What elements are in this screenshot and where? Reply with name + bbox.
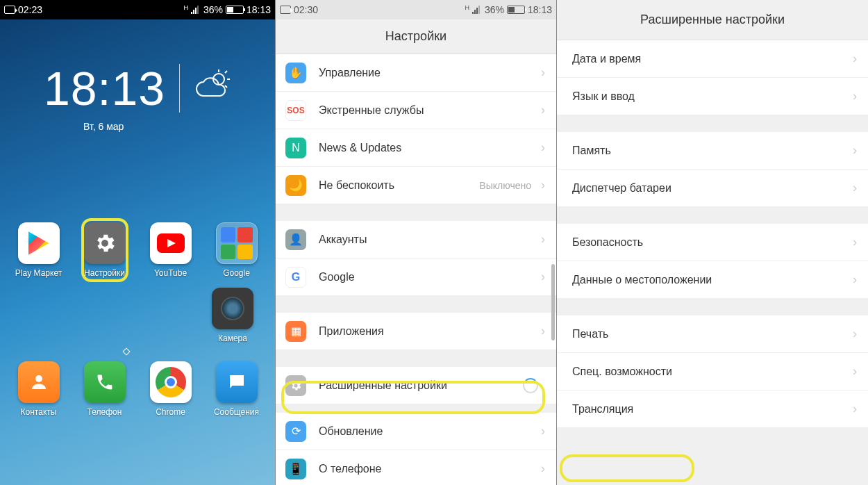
dock-chrome[interactable]: Chrome: [141, 361, 201, 417]
gear-icon: [285, 375, 306, 396]
battery-icon: [226, 6, 244, 14]
news-icon: N: [285, 138, 306, 158]
apps-icon: ▦: [285, 321, 306, 342]
youtube-icon: [150, 222, 192, 264]
status-time: 18:13: [528, 4, 552, 15]
advanced-item-battery[interactable]: Диспетчер батареи›: [557, 170, 868, 207]
dock-phone[interactable]: Телефон: [75, 361, 135, 417]
app-camera[interactable]: Камера: [203, 288, 262, 343]
app-play-store[interactable]: Play Маркет: [9, 222, 69, 278]
rec-timer: 02:23: [18, 4, 42, 15]
account-icon: 👤: [285, 229, 306, 250]
advanced-title: Расширенные настройки: [557, 0, 868, 40]
hand-icon: ✋: [285, 63, 306, 83]
dock-contacts[interactable]: Контакты: [9, 361, 69, 417]
chrome-icon: [150, 361, 192, 403]
svg-line-3: [225, 71, 227, 73]
weather-icon: [194, 68, 231, 108]
settings-item-advanced[interactable]: Расширенные настройки: [276, 367, 556, 404]
app-folder-google[interactable]: Google: [207, 222, 267, 278]
home-screen-panel: 02:23 H 36% 18:13 18:13 Вт, 6 мар Google: [0, 0, 276, 485]
settings-item-dnd[interactable]: 🌙 Не беспокоить Выключено›: [276, 167, 556, 204]
settings-title: Настройки: [276, 19, 556, 54]
dnd-icon: 🌙: [285, 175, 306, 196]
advanced-item-location[interactable]: Данные о местоположении›: [557, 261, 868, 299]
signal-icon: [191, 6, 201, 14]
clock-divider: [179, 64, 180, 113]
battery-pct: 36%: [203, 4, 223, 15]
screencast-icon: [280, 6, 291, 14]
settings-item-about[interactable]: 📱 О телефоне›: [276, 450, 556, 485]
phone-icon: [84, 361, 126, 403]
loading-spinner-icon: [523, 378, 538, 393]
google-g-icon: G: [285, 267, 306, 288]
svg-point-10: [35, 375, 42, 382]
signal-icon: [472, 6, 482, 14]
advanced-item-memory[interactable]: Память›: [557, 132, 868, 170]
settings-icon: [84, 222, 126, 264]
folder-icon: [216, 222, 258, 264]
clock-date: Вт, 6 мар: [83, 121, 124, 132]
advanced-item-accessibility[interactable]: Спец. возможности›: [557, 353, 868, 391]
advanced-item-security[interactable]: Безопасность›: [557, 224, 868, 261]
settings-panel: 02:30 H 36% 18:13 Настройки ✋ Управление…: [276, 0, 557, 485]
screencast-icon: [4, 6, 15, 14]
status-bar: 02:30 H 36% 18:13: [276, 0, 556, 19]
status-time: 18:13: [247, 4, 271, 15]
phone-info-icon: 📱: [285, 459, 306, 479]
clock-time: 18:13: [44, 61, 165, 115]
settings-item-apps[interactable]: ▦ Приложения›: [276, 313, 556, 350]
scrollbar[interactable]: [551, 264, 555, 340]
advanced-item-cast[interactable]: Трансляция›: [557, 391, 868, 428]
highlight-cast: [560, 454, 694, 482]
clock-widget[interactable]: 18:13 Вт, 6 мар: [0, 61, 275, 115]
rec-timer: 02:30: [294, 4, 318, 15]
battery-pct: 36%: [485, 4, 504, 15]
settings-item-emergency[interactable]: SOS Экстренные службы›: [276, 92, 556, 129]
messages-icon: [216, 361, 258, 403]
advanced-list: Дата и время› Язык и ввод› Память› Диспе…: [557, 40, 868, 428]
settings-item-google[interactable]: G Google›: [276, 258, 556, 296]
svg-line-4: [225, 85, 227, 88]
advanced-item-language[interactable]: Язык и ввод›: [557, 78, 868, 115]
sos-icon: SOS: [285, 100, 306, 121]
battery-icon: [507, 6, 525, 14]
app-settings[interactable]: Настройки: [75, 222, 135, 278]
dock-messages[interactable]: Сообщения: [207, 361, 267, 417]
advanced-item-datetime[interactable]: Дата и время›: [557, 40, 868, 78]
settings-item-update[interactable]: ⟳ Обновление›: [276, 413, 556, 450]
play-store-icon: [18, 222, 60, 264]
camera-icon: [212, 288, 253, 329]
advanced-item-print[interactable]: Печать›: [557, 315, 868, 353]
settings-item-management[interactable]: ✋ Управление›: [276, 54, 556, 92]
app-youtube[interactable]: YouTube: [141, 222, 201, 278]
contacts-icon: [18, 361, 60, 403]
settings-list: ✋ Управление› SOS Экстренные службы› N N…: [276, 54, 556, 485]
settings-item-news[interactable]: N News & Updates›: [276, 129, 556, 167]
update-icon: ⟳: [285, 421, 306, 442]
status-bar: 02:23 H 36% 18:13: [0, 0, 275, 19]
settings-item-accounts[interactable]: 👤 Аккаунты›: [276, 221, 556, 258]
advanced-settings-panel: Расширенные настройки Дата и время› Язык…: [557, 0, 868, 485]
